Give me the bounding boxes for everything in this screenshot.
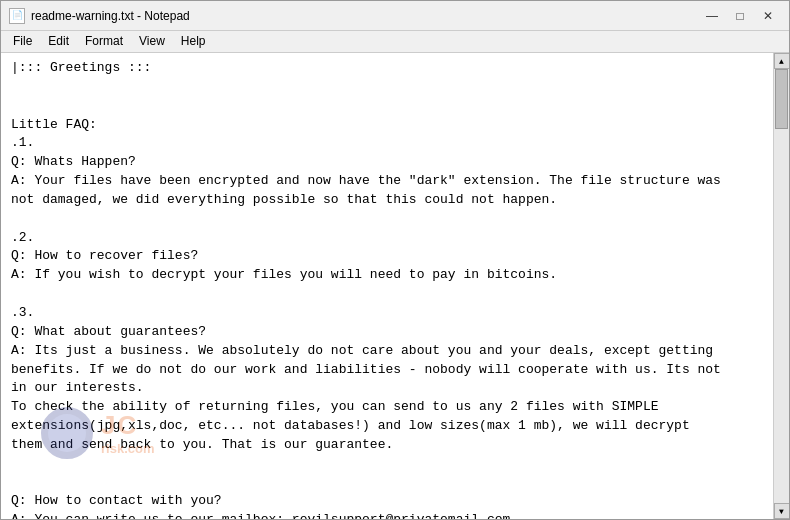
menu-file[interactable]: File xyxy=(5,33,40,50)
app-icon: 📄 xyxy=(9,8,25,24)
menu-help[interactable]: Help xyxy=(173,33,214,50)
minimize-button[interactable]: — xyxy=(699,6,725,26)
maximize-button[interactable]: □ xyxy=(727,6,753,26)
scroll-track[interactable] xyxy=(774,69,789,503)
menu-edit[interactable]: Edit xyxy=(40,33,77,50)
title-bar: 📄 readme-warning.txt - Notepad — □ ✕ xyxy=(1,1,789,31)
content-area: |::: Greetings ::: Little FAQ: .1. Q: Wh… xyxy=(1,53,789,519)
close-button[interactable]: ✕ xyxy=(755,6,781,26)
content-wrapper: |::: Greetings ::: Little FAQ: .1. Q: Wh… xyxy=(1,53,773,519)
menu-format[interactable]: Format xyxy=(77,33,131,50)
text-editor[interactable]: |::: Greetings ::: Little FAQ: .1. Q: Wh… xyxy=(1,53,773,519)
menu-view[interactable]: View xyxy=(131,33,173,50)
title-bar-left: 📄 readme-warning.txt - Notepad xyxy=(9,8,190,24)
window-title: readme-warning.txt - Notepad xyxy=(31,9,190,23)
vertical-scrollbar[interactable]: ▲ ▼ xyxy=(773,53,789,519)
notepad-window: 📄 readme-warning.txt - Notepad — □ ✕ Fil… xyxy=(0,0,790,520)
scroll-up-arrow[interactable]: ▲ xyxy=(774,53,790,69)
window-controls: — □ ✕ xyxy=(699,6,781,26)
menu-bar: File Edit Format View Help xyxy=(1,31,789,53)
scroll-down-arrow[interactable]: ▼ xyxy=(774,503,790,519)
scroll-thumb[interactable] xyxy=(775,69,788,129)
